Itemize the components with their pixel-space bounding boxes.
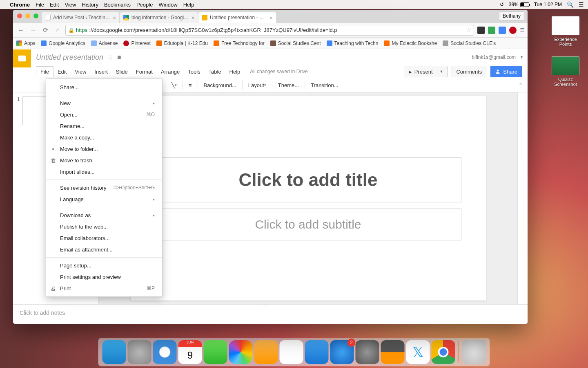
- bookmark-item[interactable]: Google Analytics: [41, 40, 85, 46]
- file-menu-email-collaborators[interactable]: Email collaborators...: [46, 232, 162, 244]
- dock-photos-icon[interactable]: [229, 340, 253, 364]
- file-menu-email-attachment[interactable]: Email as attachment...: [46, 244, 162, 255]
- background-button[interactable]: Background...: [200, 81, 240, 90]
- desktop-file-experience-points[interactable]: Experience Points: [548, 16, 583, 47]
- collapse-toolbar-icon[interactable]: ⌄: [519, 82, 523, 88]
- bookmark-item[interactable]: Edutopia | K-12 Edu: [156, 40, 208, 46]
- file-menu-page-setup[interactable]: Page setup...: [46, 260, 162, 271]
- osx-menu-file[interactable]: File: [36, 2, 44, 8]
- menu-slide[interactable]: Slide: [112, 67, 132, 77]
- present-button[interactable]: ▸ Present ▼: [405, 66, 448, 77]
- star-document-icon[interactable]: ☆: [107, 54, 113, 61]
- bookmark-item[interactable]: Social Studies Cent: [270, 40, 321, 46]
- battery-status[interactable]: 39%: [509, 2, 529, 7]
- dock-launchpad-icon[interactable]: [128, 340, 151, 364]
- bookmark-star-icon[interactable]: ☆: [466, 27, 471, 33]
- extension-icon[interactable]: [477, 27, 485, 34]
- comments-button[interactable]: Comments: [452, 66, 486, 77]
- menu-view[interactable]: View: [71, 67, 90, 77]
- dock-trash-icon[interactable]: [462, 340, 486, 364]
- chrome-menu-icon[interactable]: ≡: [520, 26, 524, 34]
- home-button[interactable]: ⌂: [53, 27, 62, 34]
- file-menu-download-as[interactable]: Download as▸: [46, 209, 162, 221]
- menu-arrange[interactable]: Arrange: [157, 67, 184, 77]
- dock-appstore-icon[interactable]: 2: [330, 340, 354, 364]
- spotlight-icon[interactable]: 🔍: [567, 1, 574, 8]
- minimize-window-button[interactable]: [25, 13, 30, 18]
- menu-edit[interactable]: Edit: [53, 67, 71, 77]
- dock-keynote-icon[interactable]: [305, 340, 329, 364]
- move-folder-icon[interactable]: ■: [117, 54, 121, 61]
- file-menu-import-slides[interactable]: Import slides...: [46, 166, 162, 177]
- file-menu-share[interactable]: Share...: [46, 81, 162, 93]
- dock-preferences-icon[interactable]: [356, 340, 379, 364]
- share-button[interactable]: Share: [490, 66, 522, 77]
- bookmark-item[interactable]: Adsense: [91, 40, 118, 46]
- present-dropdown-icon[interactable]: ▼: [437, 70, 446, 74]
- browser-tab-active[interactable]: Untitled presentation - Goo ×: [198, 12, 276, 23]
- bookmark-item[interactable]: My Eclectic Bookshe: [384, 40, 437, 46]
- bookmark-item[interactable]: Pinterest: [123, 40, 150, 46]
- osx-menu-bookmarks[interactable]: Bookmarks: [104, 2, 131, 8]
- dock-finder-icon[interactable]: [102, 340, 126, 364]
- file-menu-move-to-trash[interactable]: 🗑Move to trash: [46, 155, 162, 166]
- browser-tab[interactable]: blog information - Google D ×: [120, 12, 198, 23]
- file-menu-move-to-folder[interactable]: ▪Move to folder...: [46, 143, 162, 155]
- bookmark-item[interactable]: Free Technology for: [214, 40, 265, 46]
- osx-menu-help[interactable]: Help: [183, 2, 194, 8]
- file-menu-rename[interactable]: Rename...: [46, 120, 162, 132]
- bookmark-item[interactable]: Teaching with Techn: [327, 40, 379, 46]
- notification-center-icon[interactable]: ☰: [579, 1, 584, 8]
- line-tool-icon[interactable]: ╲ ▾: [168, 81, 180, 90]
- tab-close-icon[interactable]: ×: [191, 15, 194, 21]
- menu-file[interactable]: File: [36, 66, 53, 77]
- dock-chrome-icon[interactable]: [432, 340, 455, 364]
- extension-icon[interactable]: [488, 27, 495, 34]
- browser-tab[interactable]: Add New Post ‹ Teaching w ×: [42, 12, 119, 23]
- user-email[interactable]: bjfink1s@gmail.com: [472, 54, 516, 60]
- title-placeholder[interactable]: Click to add title: [155, 157, 461, 202]
- osx-app-name[interactable]: Chrome: [10, 2, 30, 8]
- file-menu-print[interactable]: 🖨Print⌘P: [46, 283, 162, 294]
- menu-format[interactable]: Format: [132, 67, 157, 77]
- slide[interactable]: Click to add title Click to add subtitle: [131, 96, 486, 301]
- menu-help[interactable]: Help: [225, 67, 245, 77]
- back-button[interactable]: ←: [16, 27, 25, 34]
- maximize-window-button[interactable]: [33, 13, 38, 18]
- menu-table[interactable]: Table: [205, 67, 225, 77]
- notes-resize-handle[interactable]: ···: [262, 304, 278, 305]
- layout-button[interactable]: Layout ▾: [245, 81, 270, 90]
- address-bar[interactable]: 🔒 https://docs.google.com/presentation/d…: [65, 25, 474, 36]
- dock-calendar-icon[interactable]: JUN9: [178, 340, 202, 364]
- dock-twitter-icon[interactable]: 𝕏: [406, 340, 430, 364]
- align-icon[interactable]: ≡: [185, 81, 195, 90]
- dock-numbers-icon[interactable]: [280, 340, 303, 364]
- dock-calculator-icon[interactable]: [381, 340, 405, 364]
- transition-button[interactable]: Transition...: [307, 81, 341, 90]
- file-menu-open[interactable]: Open...⌘O: [46, 109, 162, 120]
- close-window-button[interactable]: [17, 13, 22, 18]
- osx-menu-people[interactable]: People: [136, 2, 153, 8]
- dock-safari-icon[interactable]: [153, 340, 177, 364]
- reload-button[interactable]: ⟳: [41, 26, 50, 34]
- speaker-notes[interactable]: ··· Click to add notes: [13, 304, 528, 324]
- slides-logo-icon[interactable]: [13, 49, 31, 67]
- osx-menu-view[interactable]: View: [65, 2, 76, 8]
- menu-tools[interactable]: Tools: [184, 67, 204, 77]
- account-dropdown-icon[interactable]: ▼: [520, 55, 523, 59]
- menubar-clock[interactable]: Tue 1:02 PM: [534, 2, 562, 7]
- osx-menu-edit[interactable]: Edit: [50, 2, 59, 8]
- chrome-profile-button[interactable]: Bethany: [499, 11, 524, 20]
- osx-menu-window[interactable]: Window: [158, 2, 177, 8]
- file-menu-print-settings[interactable]: Print settings and preview: [46, 271, 162, 283]
- menu-insert[interactable]: Insert: [90, 67, 112, 77]
- document-title[interactable]: Untitled presentation: [36, 53, 103, 62]
- subtitle-placeholder[interactable]: Click to add subtitle: [155, 209, 461, 240]
- extension-icon[interactable]: [499, 27, 506, 34]
- dock-pages-icon[interactable]: [254, 340, 278, 364]
- file-menu-make-copy[interactable]: Make a copy...: [46, 132, 162, 143]
- bookmark-apps[interactable]: Apps: [16, 40, 35, 46]
- osx-menu-history[interactable]: History: [82, 2, 98, 8]
- dock-facetime-icon[interactable]: [204, 340, 227, 364]
- pinterest-extension-icon[interactable]: [509, 27, 517, 34]
